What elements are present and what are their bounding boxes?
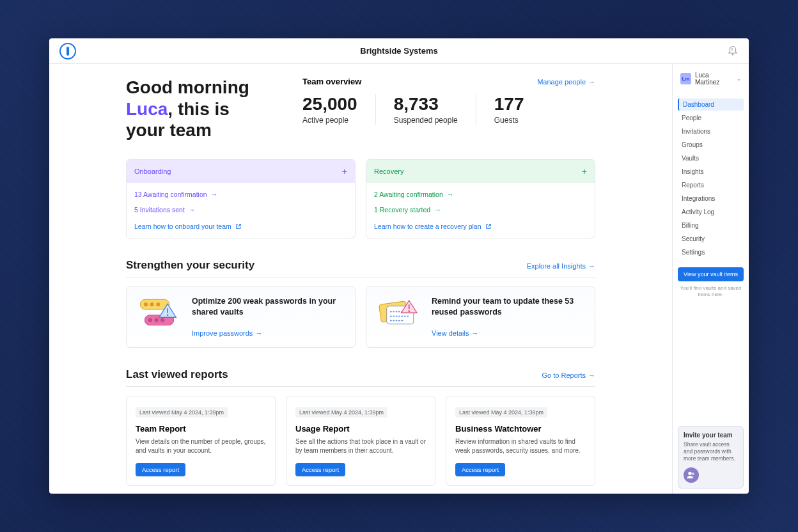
invite-title: Invite your team — [684, 432, 738, 439]
topbar: Brightside Systems 0 — [49, 38, 749, 64]
arrow-right-icon: → — [588, 78, 595, 86]
greeting-name: Luca — [126, 99, 168, 119]
arrow-right-icon: → — [211, 191, 218, 198]
nav-people[interactable]: People — [678, 112, 744, 124]
report-desc: View details on the number of people, gr… — [136, 437, 266, 455]
notif-badge: 0 — [731, 47, 733, 51]
insight-headline: Optimize 200 weak passwords in your shar… — [192, 296, 345, 318]
report-card-team: Last viewed May 4 2024, 1:39pm Team Repo… — [126, 396, 276, 486]
user-name: Luca Martinez — [695, 72, 733, 86]
recovery-title: Recovery — [374, 168, 403, 175]
reused-password-illustration-icon — [377, 296, 421, 329]
access-report-button[interactable]: Access report — [136, 463, 185, 476]
onboarding-awaiting-link[interactable]: 13 Awaiting confirmation→ — [134, 187, 347, 202]
org-title: Brightside Systems — [360, 46, 437, 56]
insight-reused-passwords: Remind your team to update these 53 reus… — [366, 286, 595, 348]
external-link-icon — [485, 223, 492, 230]
reports-section-title: Last viewed reports — [126, 368, 228, 381]
svg-point-18 — [688, 472, 691, 475]
team-illustration-icon — [684, 467, 699, 483]
view-details-link[interactable]: View details → — [432, 329, 479, 337]
main-content: Good morning Luca, this is your team Tea… — [49, 64, 672, 494]
recovery-awaiting-link[interactable]: 2 Awaiting confirmation→ — [374, 187, 587, 202]
external-link-icon — [235, 223, 242, 230]
report-timestamp: Last viewed May 4 2024, 1:39pm — [295, 407, 387, 418]
invite-team-card[interactable]: Invite your team Share vault access and … — [678, 426, 744, 489]
onboarding-invites-link[interactable]: 5 Invitations sent→ — [134, 202, 347, 217]
nav-vaults[interactable]: Vaults — [678, 152, 744, 164]
nav-groups[interactable]: Groups — [678, 139, 744, 151]
arrow-right-icon: → — [588, 372, 595, 379]
recovery-card: Recovery + 2 Awaiting confirmation→ 1 Re… — [366, 159, 595, 239]
nav-integrations[interactable]: Integrations — [678, 192, 744, 205]
app-window: Brightside Systems 0 Good morning Luca, … — [49, 38, 749, 494]
arrow-right-icon: → — [434, 206, 441, 214]
report-desc: Review information in shared vaults to f… — [455, 437, 586, 455]
svg-point-10 — [167, 314, 169, 316]
manage-people-link[interactable]: Manage people → — [537, 78, 595, 86]
stat-guests: 177 Guests — [476, 94, 542, 125]
security-section-title: Strengthen your security — [126, 259, 254, 272]
onboarding-title: Onboarding — [134, 168, 171, 175]
stat-active: 25,000 Active people — [302, 94, 375, 125]
weak-password-illustration-icon — [137, 296, 182, 329]
nav-billing[interactable]: Billing — [678, 219, 744, 231]
svg-point-19 — [692, 473, 694, 475]
improve-passwords-link[interactable]: Improve passwords → — [192, 329, 262, 337]
sidebar: Lm Luca Martinez ⌄ Dashboard People Invi… — [672, 64, 749, 494]
view-vault-button[interactable]: View your vault items — [678, 267, 744, 281]
invite-body: Share vault access and passwords with mo… — [684, 441, 738, 462]
report-timestamp: Last viewed May 4 2024, 1:39pm — [455, 407, 547, 418]
onboarding-card: Onboarding + 13 Awaiting confirmation→ 5… — [126, 159, 356, 239]
svg-point-3 — [150, 302, 154, 306]
vault-hint: You'll find vaults and saved items here. — [678, 285, 744, 299]
report-title: Usage Report — [295, 424, 426, 434]
svg-point-17 — [408, 310, 410, 312]
team-overview: Team overview Manage people → 25,000 Act… — [302, 77, 595, 141]
report-timestamp: Last viewed May 4 2024, 1:39pm — [136, 407, 228, 418]
svg-point-6 — [148, 318, 152, 322]
app-logo-icon[interactable] — [59, 43, 76, 59]
avatar: Lm — [680, 73, 691, 84]
nav-reports[interactable]: Reports — [678, 179, 744, 191]
arrow-right-icon: → — [447, 191, 454, 198]
report-title: Business Watchtower — [455, 424, 586, 434]
nav-security[interactable]: Security — [678, 233, 744, 245]
svg-point-7 — [155, 318, 159, 322]
user-menu[interactable]: Lm Luca Martinez ⌄ — [678, 69, 744, 88]
greeting-prefix: Good morning — [126, 77, 249, 97]
svg-point-8 — [160, 318, 164, 322]
recovery-started-link[interactable]: 1 Recovery started→ — [374, 202, 587, 217]
nav-activity-log[interactable]: Activity Log — [678, 206, 744, 218]
arrow-right-icon: → — [472, 329, 479, 337]
arrow-right-icon: → — [255, 329, 262, 337]
nav-list: Dashboard People Invitations Groups Vaul… — [678, 98, 744, 258]
access-report-button[interactable]: Access report — [455, 463, 505, 476]
nav-invitations[interactable]: Invitations — [678, 125, 744, 137]
recovery-learn-link[interactable]: Learn how to create a recovery plan — [374, 217, 587, 230]
report-desc: See all the actions that took place in a… — [295, 437, 426, 455]
arrow-right-icon: → — [189, 206, 196, 214]
nav-settings[interactable]: Settings — [678, 246, 744, 258]
arrow-right-icon: → — [588, 262, 595, 270]
report-card-watchtower: Last viewed May 4 2024, 1:39pm Business … — [446, 396, 595, 486]
svg-point-4 — [156, 302, 160, 306]
insight-weak-passwords: Optimize 200 weak passwords in your shar… — [126, 286, 356, 348]
nav-insights[interactable]: Insights — [678, 166, 744, 178]
svg-point-0 — [732, 54, 733, 55]
stat-suspended: 8,733 Suspended people — [375, 94, 476, 125]
recovery-add-icon[interactable]: + — [582, 166, 587, 176]
access-report-button[interactable]: Access report — [295, 463, 345, 476]
greeting: Good morning Luca, this is your team — [126, 77, 267, 141]
report-card-usage: Last viewed May 4 2024, 1:39pm Usage Rep… — [286, 396, 435, 486]
goto-reports-link[interactable]: Go to Reports → — [542, 372, 595, 379]
svg-point-2 — [144, 302, 148, 306]
onboarding-learn-link[interactable]: Learn how to onboard your team — [134, 217, 347, 230]
onboarding-add-icon[interactable]: + — [342, 166, 347, 176]
overview-title: Team overview — [302, 77, 361, 86]
chevron-down-icon: ⌄ — [737, 76, 741, 82]
notification-bell-icon[interactable]: 0 — [727, 45, 739, 58]
insight-headline: Remind your team to update these 53 reus… — [432, 296, 584, 318]
explore-insights-link[interactable]: Explore all Insights → — [527, 262, 595, 270]
nav-dashboard[interactable]: Dashboard — [678, 98, 744, 111]
